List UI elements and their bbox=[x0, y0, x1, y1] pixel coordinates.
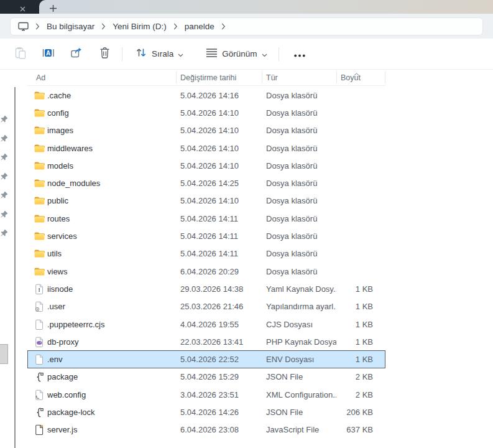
more-icon bbox=[294, 49, 305, 59]
file-row[interactable]: .puppeteerrc.cjs 4.04.2026 19:55 CJS Dos… bbox=[27, 315, 385, 333]
file-type: Dosya klasörü bbox=[262, 179, 336, 188]
file-name-cell: middlewares bbox=[27, 143, 176, 154]
file-name: utils bbox=[47, 249, 62, 258]
rename-button[interactable]: A bbox=[41, 43, 56, 65]
file-type: XML Configuration... bbox=[262, 390, 336, 399]
file-name-cell: config bbox=[27, 108, 176, 118]
breadcrumb-item[interactable]: panelde bbox=[185, 22, 214, 31]
file-row[interactable]: node_modules 5.04.2026 14:25 Dosya klasö… bbox=[27, 174, 385, 192]
view-label: Görünüm bbox=[222, 49, 257, 58]
column-header-de-i-tirme-tarihi[interactable]: Değiştirme tarihi bbox=[176, 70, 262, 85]
nav-pane-scrollbar-thumb[interactable] bbox=[0, 344, 8, 364]
chevron-down-icon bbox=[262, 49, 267, 60]
folder-icon bbox=[34, 143, 45, 154]
file-name: .env bbox=[47, 355, 63, 364]
new-tab-icon[interactable] bbox=[46, 3, 60, 12]
view-icon bbox=[206, 48, 218, 60]
column-header-t-r[interactable]: Tür bbox=[262, 70, 336, 85]
file-date-modified: 5.04.2026 14:10 bbox=[176, 126, 262, 135]
file-name-cell: web.config bbox=[27, 390, 176, 400]
delete-button[interactable] bbox=[97, 43, 112, 65]
file-row[interactable]: middlewares 5.04.2026 14:10 Dosya klasör… bbox=[27, 139, 385, 157]
file-date-modified: 5.04.2026 14:16 bbox=[176, 91, 262, 100]
file-row[interactable]: web.config 3.04.2026 23:51 XML Configura… bbox=[27, 386, 385, 403]
file-row[interactable]: routes 5.04.2026 14:11 Dosya klasörü bbox=[27, 210, 385, 227]
file-size: 1 KB bbox=[336, 320, 385, 329]
file-name: server.js bbox=[47, 425, 77, 434]
file-row[interactable]: public 5.04.2026 14:10 Dosya klasörü bbox=[27, 192, 385, 210]
file-row[interactable]: db-proxy 22.03.2026 13:41 PHP Kaynak Dos… bbox=[27, 333, 385, 350]
pin-icon bbox=[0, 190, 9, 199]
column-header-row: AdDeğiştirme tarihiTürBoyut bbox=[27, 70, 385, 86]
file-row[interactable]: utils 5.04.2026 14:11 Dosya klasörü bbox=[27, 245, 385, 263]
file-name-cell: views bbox=[27, 266, 176, 277]
file-php-icon bbox=[34, 337, 45, 347]
file-name: db-proxy bbox=[47, 337, 79, 347]
file-name: middlewares bbox=[47, 144, 93, 153]
file-name-cell: utils bbox=[27, 248, 176, 259]
file-type: Dosya klasörü bbox=[262, 126, 336, 135]
more-options-button[interactable] bbox=[288, 44, 311, 65]
file-type: Yapılandırma ayarl... bbox=[262, 302, 336, 311]
column-header-ad[interactable]: Ad bbox=[27, 70, 176, 85]
tab-strip bbox=[39, 0, 493, 14]
file-row[interactable]: ! iisnode 29.03.2026 14:38 Yaml Kaynak D… bbox=[27, 280, 385, 297]
rename-icon: A bbox=[42, 47, 55, 61]
column-header-boyut[interactable]: Boyut bbox=[336, 70, 385, 85]
file-row[interactable]: .cache 5.04.2026 14:16 Dosya klasörü bbox=[27, 86, 385, 104]
file-row[interactable]: models 5.04.2026 14:10 Dosya klasörü bbox=[27, 157, 385, 174]
share-button[interactable] bbox=[69, 43, 84, 65]
file-row[interactable]: .user 25.03.2026 21:46 Yapılandırma ayar… bbox=[27, 298, 385, 315]
file-row[interactable]: images 5.04.2026 14:10 Dosya klasörü bbox=[27, 122, 385, 139]
file-name-cell: package bbox=[27, 371, 176, 382]
file-type: Dosya klasörü bbox=[262, 91, 336, 100]
nav-pane-separator bbox=[14, 87, 16, 448]
command-toolbar: A bbox=[0, 39, 493, 70]
address-box[interactable]: Bu bilgisayarYeni Birim (D:)panelde bbox=[10, 17, 483, 35]
view-button[interactable]: Görünüm bbox=[201, 44, 272, 64]
sort-button[interactable]: Sırala bbox=[130, 44, 188, 64]
folder-icon bbox=[34, 231, 45, 241]
tab-bar bbox=[0, 0, 493, 14]
file-size: 1 KB bbox=[336, 302, 385, 311]
file-row[interactable]: package-lock 5.04.2026 14:26 JSON File 2… bbox=[27, 403, 385, 421]
pin-icon bbox=[0, 152, 9, 161]
file-date-modified: 5.04.2026 14:26 bbox=[176, 408, 262, 417]
file-row[interactable]: views 6.04.2026 20:29 Dosya klasörü bbox=[27, 263, 385, 280]
file-date-modified: 5.04.2026 14:10 bbox=[176, 144, 262, 153]
svg-text:A: A bbox=[46, 49, 50, 56]
file-type: Dosya klasörü bbox=[262, 108, 336, 118]
file-type: CJS Dosyası bbox=[262, 320, 336, 329]
file-name: services bbox=[47, 231, 77, 241]
breadcrumb-item[interactable]: Yeni Birim (D:) bbox=[113, 22, 167, 31]
file-icon bbox=[34, 319, 45, 330]
paste-button[interactable] bbox=[13, 43, 28, 65]
file-type: Dosya klasörü bbox=[262, 267, 336, 276]
file-name-cell: .user bbox=[27, 301, 176, 312]
file-date-modified: 6.04.2026 23:08 bbox=[176, 425, 262, 434]
file-row[interactable]: server.js 6.04.2026 23:08 JavaScript Fil… bbox=[27, 421, 385, 439]
file-date-modified: 4.04.2026 19:55 bbox=[176, 320, 262, 329]
file-type: ENV Dosyası bbox=[262, 355, 336, 364]
file-name: package bbox=[47, 372, 78, 381]
file-row[interactable]: services 5.04.2026 14:11 Dosya klasörü bbox=[27, 227, 385, 245]
file-type: JavaScript File bbox=[262, 425, 336, 434]
breadcrumb-item[interactable]: Bu bilgisayar bbox=[47, 22, 94, 31]
file-name-cell: db-proxy bbox=[27, 337, 176, 347]
file-date-modified: 5.04.2026 14:10 bbox=[176, 108, 262, 118]
file-row[interactable]: .env 5.04.2026 22:52 ENV Dosyası 1 KB bbox=[27, 350, 385, 368]
file-json-icon bbox=[34, 407, 45, 418]
file-name-cell: node_modules bbox=[27, 178, 176, 189]
file-name-cell: routes bbox=[27, 213, 176, 224]
file-name: web.config bbox=[47, 390, 86, 399]
file-name: config bbox=[47, 108, 69, 118]
file-name: .cache bbox=[47, 91, 71, 100]
chevron-right-icon bbox=[101, 23, 106, 30]
file-date-modified: 5.04.2026 14:11 bbox=[176, 214, 262, 223]
file-date-modified: 5.04.2026 14:11 bbox=[176, 249, 262, 258]
close-tab-icon[interactable] bbox=[20, 3, 30, 12]
address-bar: Bu bilgisayarYeni Birim (D:)panelde bbox=[0, 14, 493, 39]
sort-label: Sırala bbox=[152, 49, 173, 58]
file-row[interactable]: package 5.04.2026 15:29 JSON File 2 KB bbox=[27, 368, 385, 386]
file-row[interactable]: config 5.04.2026 14:10 Dosya klasörü bbox=[27, 104, 385, 121]
